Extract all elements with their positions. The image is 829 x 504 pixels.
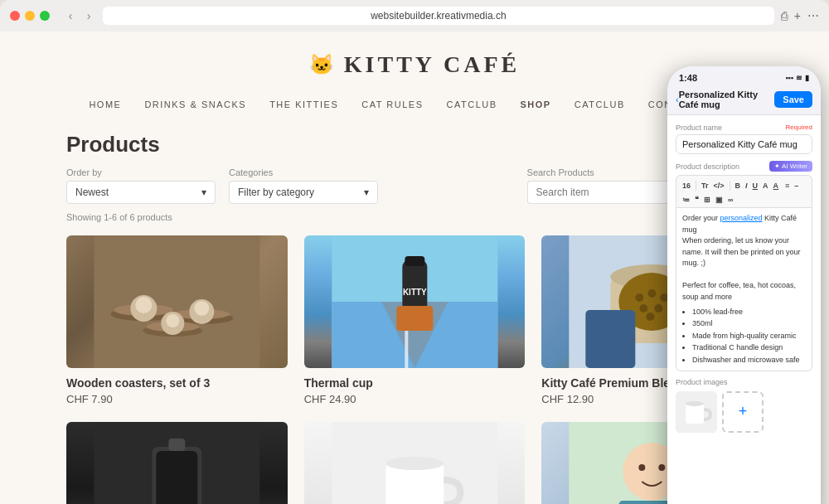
- svg-rect-0: [94, 235, 259, 368]
- image-thumb-1[interactable]: [676, 391, 717, 433]
- mobile-screen: 1:48 ▪▪▪ ≋ ▮ ‹ Personalized Kitty Café m…: [667, 66, 821, 504]
- svg-point-4: [135, 297, 152, 313]
- mobile-save-button[interactable]: Save: [774, 91, 812, 108]
- font-color-btn[interactable]: A: [761, 181, 770, 191]
- categories-label: Categories: [229, 167, 378, 177]
- product-card-4[interactable]: [66, 422, 288, 504]
- url-bar[interactable]: websitebuilder.kreativmedia.ch: [103, 7, 774, 25]
- add-image-button[interactable]: +: [722, 391, 764, 433]
- svg-point-45: [659, 464, 666, 471]
- product-name-label-row: Product name Required: [676, 124, 812, 132]
- align-mid-btn[interactable]: –: [793, 181, 800, 191]
- close-button[interactable]: [10, 11, 20, 21]
- products-title: Products: [66, 132, 763, 158]
- editor-intro-text: Order your personalized Kitty Café mug W…: [682, 213, 806, 269]
- images-row: +: [676, 391, 812, 433]
- svg-point-25: [648, 289, 657, 298]
- text-type-btn[interactable]: Tr: [700, 181, 710, 191]
- battery-icon: ▮: [805, 74, 809, 82]
- nav-catclub[interactable]: CATCLUB: [447, 99, 497, 115]
- list-item-4: Traditional C handle design: [692, 342, 806, 353]
- nav-home[interactable]: HOME: [89, 99, 121, 115]
- status-time: 1:48: [679, 73, 697, 83]
- svg-rect-30: [586, 310, 636, 368]
- highlight-btn[interactable]: A: [772, 181, 781, 191]
- nav-catclub2[interactable]: CATCLUB: [574, 99, 625, 115]
- editor-area[interactable]: Order your personalized Kitty Café mug W…: [676, 207, 812, 371]
- svg-rect-19: [396, 306, 433, 331]
- categories-group: Categories Filter by category ▾: [229, 167, 378, 204]
- svg-point-29: [647, 313, 655, 321]
- product-name-field[interactable]: Personalized Kitty Café mug: [676, 134, 812, 154]
- status-icons: ▪▪▪ ≋ ▮: [785, 74, 809, 82]
- product-price-1: CHF 7.90: [66, 393, 288, 405]
- logo-text: KITTY CAFÉ: [344, 51, 520, 78]
- svg-rect-17: [405, 256, 424, 266]
- mobile-content: Product name Required Personalized Kitty…: [667, 115, 821, 504]
- back-arrow[interactable]: ‹: [63, 8, 78, 23]
- share-icon[interactable]: ⎙: [781, 9, 788, 22]
- svg-text:KITTY: KITTY: [403, 288, 427, 297]
- list-item-5: Dishwasher and microwave safe: [692, 354, 806, 366]
- browser-toolbar: ‹ › websitebuilder.kreativmedia.ch ⎙ + ⋯: [0, 0, 829, 32]
- list-item-1: 100% lead-free: [692, 306, 806, 317]
- italic-btn[interactable]: I: [744, 181, 749, 191]
- nav-cat-rules[interactable]: CAT RULES: [361, 99, 423, 115]
- code-btn[interactable]: </>: [712, 181, 726, 191]
- align-left-btn[interactable]: ≡: [783, 181, 791, 191]
- mobile-panel: 1:48 ▪▪▪ ≋ ▮ ‹ Personalized Kitty Café m…: [667, 66, 821, 504]
- product-card-1[interactable]: Wooden coasters, set of 3 CHF 7.90: [66, 235, 288, 405]
- order-by-label: Order by: [66, 167, 216, 177]
- bold-btn[interactable]: B: [734, 181, 743, 191]
- nav-shop[interactable]: SHOP: [521, 99, 551, 115]
- svg-point-8: [194, 301, 209, 316]
- description-label: Product description: [676, 162, 739, 171]
- product-card-5[interactable]: [304, 422, 526, 504]
- product-name-1: Wooden coasters, set of 3: [66, 376, 288, 390]
- product-card-2[interactable]: KITTY Thermal cup CHF 24.90: [304, 235, 526, 405]
- signal-icon: ▪▪▪: [785, 74, 793, 82]
- ai-writer-button[interactable]: ✦ AI Writer: [769, 161, 812, 172]
- minimize-button[interactable]: [25, 11, 35, 21]
- product-price-2: CHF 24.90: [304, 393, 526, 405]
- product-images-section: Product images +: [676, 378, 812, 433]
- window-controls: [10, 11, 50, 21]
- link-btn[interactable]: ∞: [726, 195, 734, 205]
- forward-arrow[interactable]: ›: [81, 8, 96, 23]
- categories-select[interactable]: Filter by category ▾: [229, 181, 378, 204]
- logo-cat-icon: 🐱: [309, 53, 337, 76]
- svg-point-28: [655, 304, 663, 313]
- list-item-2: 350ml: [692, 317, 806, 329]
- product-image-2: KITTY: [304, 235, 526, 368]
- images-label: Product images: [676, 378, 812, 386]
- categories-chevron: ▾: [364, 187, 369, 198]
- nav-drinks[interactable]: DRINKS & SNACKS: [144, 99, 246, 115]
- svg-point-44: [639, 464, 646, 471]
- wifi-icon: ≋: [796, 74, 802, 82]
- svg-point-40: [385, 457, 444, 470]
- svg-point-24: [636, 293, 644, 302]
- svg-point-12: [166, 314, 179, 327]
- list-btn[interactable]: ≔: [681, 195, 691, 205]
- editor-link: personalized: [720, 214, 763, 222]
- list-item-3: Made from high-quality ceramic: [692, 330, 806, 342]
- media-btn[interactable]: ▣: [714, 195, 725, 205]
- order-by-select[interactable]: Newest ▾: [66, 181, 216, 204]
- quote-btn[interactable]: ❝: [693, 195, 701, 205]
- nav-kitties[interactable]: THE KITTIES: [269, 99, 338, 115]
- svg-rect-34: [156, 451, 197, 504]
- url-text: websitebuilder.kreativmedia.ch: [371, 10, 506, 22]
- product-image-4: [66, 422, 288, 504]
- table-btn[interactable]: ⊞: [702, 195, 712, 205]
- nav-arrows: ‹ ›: [63, 8, 96, 23]
- maximize-button[interactable]: [40, 11, 50, 21]
- more-icon[interactable]: ⋯: [807, 9, 819, 22]
- mobile-page-title: Personalized Kitty Café mug: [679, 90, 775, 109]
- categories-value: Filter by category: [238, 187, 314, 198]
- underline-btn[interactable]: U: [751, 181, 760, 191]
- product-image-5: [304, 422, 526, 504]
- add-tab-icon[interactable]: +: [794, 9, 801, 22]
- svg-point-27: [640, 304, 648, 313]
- font-size-btn[interactable]: 16: [681, 181, 692, 191]
- product-name-label: Product name: [676, 124, 722, 132]
